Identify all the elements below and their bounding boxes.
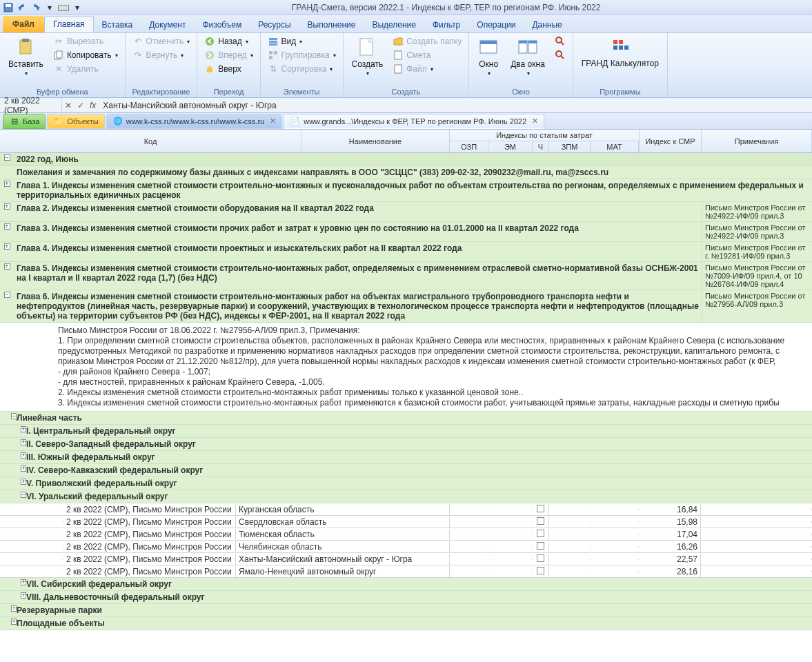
table-row[interactable]: 2 кв 2022 (СМР), Письмо Минстроя РоссииС… xyxy=(0,516,812,528)
tree-row-ch4[interactable]: + Глава 4. Индексы изменения сметной сто… xyxy=(0,242,812,262)
close-icon[interactable]: ✕ xyxy=(270,117,276,126)
undo-button[interactable]: ↶Отменить▾ xyxy=(130,34,193,48)
tree-row-ch5[interactable]: + Глава 5. Индексы изменения сметной сто… xyxy=(0,262,812,290)
tree-row-contact[interactable]: Пожелания и замечания по содержимому баз… xyxy=(0,166,812,179)
tab-physvol[interactable]: Физобъем xyxy=(194,17,250,32)
tab-resources[interactable]: Ресурсы xyxy=(250,17,299,32)
fx-icon[interactable]: fx xyxy=(87,101,99,110)
expand-icon[interactable]: + xyxy=(4,243,10,250)
tab-operations[interactable]: Операции xyxy=(468,17,524,32)
tree-row-ch6[interactable]: − Глава 6. Индексы изменения сметной сто… xyxy=(0,290,812,323)
create-file-button[interactable]: Файл▾ xyxy=(390,62,464,76)
paste-button[interactable]: Вставить▾ xyxy=(4,34,48,78)
cell-checkbox[interactable] xyxy=(533,541,549,552)
tree-row-ch3[interactable]: + Глава 3. Индексы изменения сметной сто… xyxy=(0,222,812,242)
redo-icon[interactable] xyxy=(30,2,41,13)
table-row[interactable]: 2 кв 2022 (СМР), Письмо Минстроя РоссииТ… xyxy=(0,528,812,541)
view-button[interactable]: Вид▾ xyxy=(265,34,339,48)
save-icon[interactable] xyxy=(3,2,14,13)
tree-row-linear[interactable]: − Линейная часть xyxy=(0,412,812,425)
dropdown-icon[interactable]: ▾ xyxy=(44,2,55,13)
header-idx[interactable]: Индексы по статьям затрат ОЗП ЭМ Ч ЗПМ М… xyxy=(450,130,640,152)
table-row[interactable]: 2 кв 2022 (СМР), Письмо Минстроя РоссииК… xyxy=(0,503,812,516)
tab-document[interactable]: Документ xyxy=(141,17,194,32)
redo-button[interactable]: ↷Вернуть▾ xyxy=(130,48,193,62)
table-row[interactable]: 2 кв 2022 (СМР), Письмо Минстроя РоссииЧ… xyxy=(0,541,812,553)
tree-row-fd3[interactable]: + III. Южный федеральный округ xyxy=(0,451,812,464)
window-button[interactable]: Окно▾ xyxy=(473,34,504,78)
tree-row-square[interactable]: + Площадные объекты xyxy=(0,617,812,630)
doctab-active[interactable]: 📄www.grands...\Индексы к ФЕР, ТЕР по рег… xyxy=(284,114,544,129)
calculator-button[interactable]: ГРАНД Калькулятор xyxy=(577,34,663,70)
dropdown-icon[interactable]: ▾ xyxy=(72,2,83,13)
back-button[interactable]: Назад▾ xyxy=(201,34,255,48)
cut-button[interactable]: ✂Вырезать xyxy=(50,34,121,48)
file-tab[interactable]: Файл xyxy=(3,16,44,32)
close-icon[interactable]: ✕ xyxy=(532,117,538,126)
accept-edit-button[interactable]: ✓ xyxy=(75,101,87,110)
tab-data[interactable]: Данные xyxy=(524,17,570,32)
table-row[interactable]: 2 кв 2022 (СМР), Письмо Минстроя РоссииХ… xyxy=(0,553,812,565)
cancel-edit-button[interactable]: ✕ xyxy=(62,101,75,110)
cell-checkbox[interactable] xyxy=(533,516,549,528)
table-row[interactable]: 2 кв 2022 (СМР), Письмо Минстроя РоссииЯ… xyxy=(0,565,812,578)
header-smr[interactable]: Индекс к СМР xyxy=(640,130,702,152)
undo-icon[interactable] xyxy=(17,2,28,13)
forward-button[interactable]: Вперед▾ xyxy=(201,48,255,62)
tree-row-fd1[interactable]: + I. Центральный федеральный округ xyxy=(0,425,812,438)
header-name[interactable]: Наименование xyxy=(301,130,450,152)
tree-row-ch2[interactable]: + Глава 2. Индексы изменения сметной сто… xyxy=(0,202,812,222)
group-button[interactable]: Группировка▾ xyxy=(265,48,339,62)
create-icon xyxy=(356,36,378,58)
expand-icon[interactable]: + xyxy=(4,263,10,270)
two-windows-button[interactable]: Два окна▾ xyxy=(506,34,549,78)
create-folder-button[interactable]: Создать папку xyxy=(390,34,464,48)
header-em[interactable]: ЭМ xyxy=(488,141,533,152)
tree-row-fd8[interactable]: + VIII. Дальневосточный федеральный окру… xyxy=(0,591,812,604)
tree-row-reserv[interactable]: + Резервуарные парки xyxy=(0,604,812,617)
up-button[interactable]: Вверх xyxy=(201,62,255,76)
tab-selection[interactable]: Выделение xyxy=(364,17,424,32)
cell-checkbox[interactable] xyxy=(533,504,549,515)
tab-main[interactable]: Главная xyxy=(44,16,94,32)
header-code[interactable]: Код xyxy=(0,130,301,152)
cell-reference[interactable]: 2 кв 2022 (СМР) xyxy=(0,94,62,117)
formula-input[interactable]: Ханты-Мансийский автономный округ - Югра xyxy=(99,99,812,112)
expand-icon[interactable]: + xyxy=(4,181,10,187)
header-ozp[interactable]: ОЗП xyxy=(450,141,488,152)
tab-execution[interactable]: Выполнение xyxy=(299,17,364,32)
delete-button[interactable]: ✕Удалить xyxy=(50,62,121,76)
header-mat[interactable]: МАТ xyxy=(591,141,639,152)
cell-name: Свердловская область xyxy=(236,516,450,528)
expand-icon[interactable]: + xyxy=(4,203,10,210)
tree-row-fd5[interactable]: + V. Приволжский федеральный округ xyxy=(0,477,812,490)
header-ch[interactable]: Ч xyxy=(533,141,549,152)
tree-row-fd7[interactable]: + VII. Сибирский федеральный округ xyxy=(0,578,812,591)
cell-checkbox[interactable] xyxy=(533,554,549,565)
doctab-web[interactable]: 🌐www.k-css.ru\www.k-css.ru\www.k-css.ru✕ xyxy=(106,114,282,129)
collapse-icon[interactable]: − xyxy=(4,292,10,298)
copy-button[interactable]: Копировать▾ xyxy=(50,48,121,62)
create-button[interactable]: Создать▾ xyxy=(348,34,388,78)
sort-button[interactable]: ⇅Сортировка▾ xyxy=(265,62,339,76)
search-next-button[interactable] xyxy=(552,48,568,62)
search-button[interactable] xyxy=(552,34,568,48)
expand-icon[interactable]: + xyxy=(4,223,10,230)
tree-row-fd6[interactable]: − VI. Уральский федеральный округ xyxy=(0,490,812,503)
doctab-objects[interactable]: 📁Объекты xyxy=(47,114,104,129)
tree-row-year[interactable]: − 2022 год, Июнь xyxy=(0,153,812,166)
cell-checkbox[interactable] xyxy=(533,529,549,540)
tab-insert[interactable]: Вставка xyxy=(94,17,141,32)
tree-row-ch1[interactable]: + Глава 1. Индексы изменения сметной сто… xyxy=(0,179,812,202)
header-zpm[interactable]: ЗПМ xyxy=(549,141,591,152)
collapse-icon[interactable]: − xyxy=(4,154,10,161)
tree-row-fd2[interactable]: + II. Северо-Западный федеральный округ xyxy=(0,438,812,451)
cell-checkbox[interactable] xyxy=(533,566,549,577)
create-estimate-button[interactable]: Смета xyxy=(390,48,464,62)
keyboard-icon[interactable] xyxy=(58,2,69,13)
cell-smr: 28,16 xyxy=(639,566,701,577)
header-note[interactable]: Примечания xyxy=(702,130,812,152)
tab-filter[interactable]: Фильтр xyxy=(424,17,468,32)
doctab-base[interactable]: ▤База xyxy=(3,114,46,129)
tree-row-fd4[interactable]: + IV. Северо-Кавказский федеральный окру… xyxy=(0,464,812,477)
